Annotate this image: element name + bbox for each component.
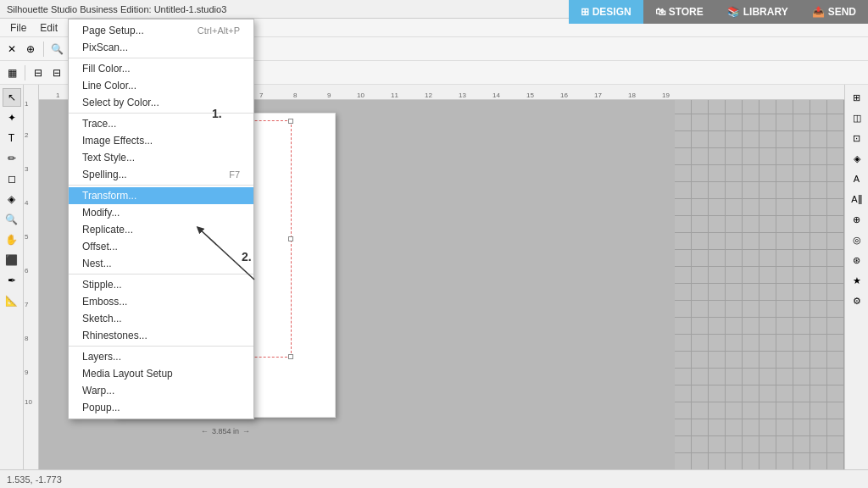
tool-color-pick[interactable]: ✒	[3, 271, 21, 290]
align-center-icon[interactable]: ⊟	[48, 64, 65, 81]
menu-image-effects[interactable]: Image Effects...	[69, 132, 253, 149]
tool-text[interactable]: T	[3, 129, 21, 147]
menu-emboss[interactable]: Emboss...	[69, 293, 253, 310]
store-icon: 🛍	[655, 6, 665, 18]
menu-page-setup[interactable]: Page Setup... Ctrl+Alt+P	[69, 22, 253, 39]
zoom-out-icon[interactable]: 🔍	[48, 41, 65, 58]
menu-modify[interactable]: Modify...	[69, 204, 253, 221]
right-tool-5[interactable]: A	[848, 169, 866, 188]
separator-3	[69, 185, 253, 186]
dropdown-menu: Page Setup... Ctrl+Alt+P PixScan... Fill…	[68, 19, 254, 419]
menu-transform[interactable]: Transform...	[69, 187, 253, 204]
tool-fill[interactable]: ⬛	[3, 251, 21, 269]
right-tool-6[interactable]: Aǁ	[848, 190, 866, 208]
tab-design[interactable]: ⊞ DESIGN	[569, 0, 643, 24]
handle-br[interactable]	[288, 354, 293, 359]
right-tool-9[interactable]: ⊛	[848, 251, 866, 269]
menu-layers[interactable]: Layers...	[69, 348, 253, 365]
handle-tr[interactable]	[288, 119, 293, 124]
menu-line-color[interactable]: Line Color...	[69, 77, 253, 94]
handle-mr[interactable]	[288, 236, 293, 241]
width-measurement: ← 3.854 in →	[126, 427, 325, 435]
right-tool-3[interactable]: ⊡	[848, 129, 866, 147]
library-icon: 📚	[727, 6, 740, 18]
separator2	[25, 65, 25, 80]
menu-file[interactable]: File	[3, 19, 33, 37]
bar-chart-icon[interactable]: ▦	[3, 64, 20, 81]
menu-pixscan[interactable]: PixScan...	[69, 39, 253, 56]
menu-offset[interactable]: Offset...	[69, 238, 253, 255]
title-text: Silhouette Studio Business Edition: Unti…	[7, 4, 226, 14]
grid-overlay	[675, 100, 844, 469]
annotation-1: 1.	[212, 107, 222, 120]
right-tool-2[interactable]: ◫	[848, 108, 866, 127]
right-tool-1[interactable]: ⊞	[848, 88, 866, 107]
left-panel: ↖ ✦ T ✏ ◻ ◈ 🔍 ✋ ⬛ ✒ 📐	[0, 85, 24, 469]
right-tool-11[interactable]: ⚙	[848, 291, 866, 310]
tool-pan[interactable]: ✋	[3, 230, 21, 249]
status-bar: 1.535, -1.773	[0, 469, 868, 488]
ruler-left: 1 2 3 4 5 6 7 8 9 10	[24, 85, 39, 469]
menu-popup[interactable]: Popup...	[69, 399, 253, 416]
tab-send[interactable]: 📤 SEND	[800, 0, 868, 24]
menu-sketch[interactable]: Sketch...	[69, 310, 253, 327]
tool-shape[interactable]: ◻	[3, 169, 21, 188]
close-icon[interactable]: ✕	[3, 41, 20, 58]
right-tool-7[interactable]: ⊕	[848, 210, 866, 229]
separator-1	[69, 58, 253, 58]
design-icon: ⊞	[581, 6, 589, 18]
tool-measure[interactable]: 📐	[3, 291, 21, 310]
annotation-2: 2.	[242, 250, 252, 263]
target-icon[interactable]: ⊕	[22, 41, 39, 58]
menu-nest[interactable]: Nest...	[69, 255, 253, 272]
top-tabs: ⊞ DESIGN 🛍 STORE 📚 LIBRARY 📤 SEND	[569, 0, 868, 24]
right-tool-8[interactable]: ◎	[848, 230, 866, 249]
right-panel: ⊞ ◫ ⊡ ◈ A Aǁ ⊕ ◎ ⊛ ★ ⚙	[844, 85, 868, 469]
tab-store[interactable]: 🛍 STORE	[643, 0, 715, 24]
right-tool-4[interactable]: ◈	[848, 149, 866, 168]
menu-trace[interactable]: Trace...	[69, 115, 253, 132]
tool-node[interactable]: ✦	[3, 108, 21, 127]
tab-library[interactable]: 📚 LIBRARY	[715, 0, 800, 24]
tool-draw[interactable]: ✏	[3, 149, 21, 168]
separator	[43, 42, 44, 57]
menu-spelling[interactable]: Spelling... F7	[69, 166, 253, 183]
separator-4	[69, 274, 253, 274]
separator-2	[69, 113, 253, 114]
status-coords: 1.535, -1.773	[7, 474, 62, 485]
menu-text-style[interactable]: Text Style...	[69, 149, 253, 166]
menu-fill-color[interactable]: Fill Color...	[69, 60, 253, 77]
menu-select-by-color[interactable]: Select by Color...	[69, 94, 253, 111]
menu-replicate[interactable]: Replicate...	[69, 221, 253, 238]
right-tool-10[interactable]: ★	[848, 271, 866, 290]
separator-5	[69, 346, 253, 347]
tool-eraser[interactable]: ◈	[3, 190, 21, 208]
menu-edit[interactable]: Edit	[33, 19, 64, 37]
menu-media-layout[interactable]: Media Layout Setup	[69, 365, 253, 382]
menu-rhinestones[interactable]: Rhinestones...	[69, 327, 253, 344]
align-left-icon[interactable]: ⊟	[30, 64, 47, 81]
menu-warp[interactable]: Warp...	[69, 382, 253, 399]
tool-select[interactable]: ↖	[3, 88, 21, 107]
send-icon: 📤	[812, 6, 825, 18]
tool-zoom[interactable]: 🔍	[3, 210, 21, 229]
menu-stipple[interactable]: Stipple...	[69, 276, 253, 293]
